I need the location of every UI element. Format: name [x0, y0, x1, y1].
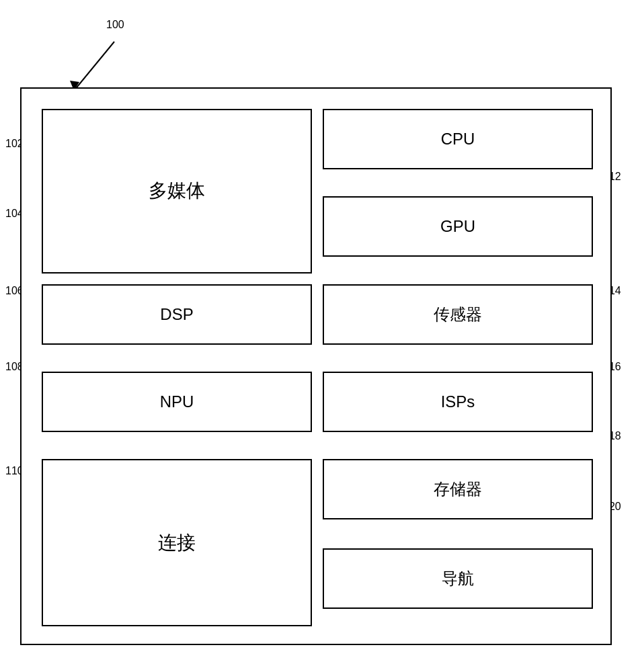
diagram-container: 100 102 104 106 108 110 112 114 116 118 …: [0, 0, 640, 672]
inner-grid: CPU 多媒体 GPU DSP 传感器 NPU: [42, 109, 593, 626]
navigation-label: 导航: [442, 568, 474, 589]
navigation-box: 导航: [323, 548, 593, 609]
cpu-label: CPU: [441, 130, 475, 149]
npu-box: NPU: [42, 372, 312, 432]
isps-box: ISPs: [323, 372, 593, 432]
svg-line-0: [74, 42, 114, 91]
gpu-label: GPU: [440, 217, 475, 236]
sensor-box: 传感器: [323, 284, 593, 345]
cpu-box: CPU: [323, 109, 593, 169]
dsp-box: DSP: [42, 284, 312, 345]
outer-box: CPU 多媒体 GPU DSP 传感器 NPU: [20, 87, 612, 645]
multimedia-box: 多媒体: [42, 109, 312, 274]
isps-label: ISPs: [441, 392, 475, 411]
dsp-label: DSP: [160, 305, 193, 324]
connect-label: 连接: [158, 530, 196, 556]
storage-label: 存储器: [434, 478, 482, 500]
npu-label: NPU: [160, 392, 194, 411]
multimedia-label: 多媒体: [149, 178, 205, 204]
connect-box: 连接: [42, 459, 312, 626]
sensor-label: 传感器: [434, 304, 482, 325]
storage-box: 存储器: [323, 459, 593, 519]
figure-number-label: 100: [106, 19, 124, 31]
gpu-box: GPU: [323, 196, 593, 257]
